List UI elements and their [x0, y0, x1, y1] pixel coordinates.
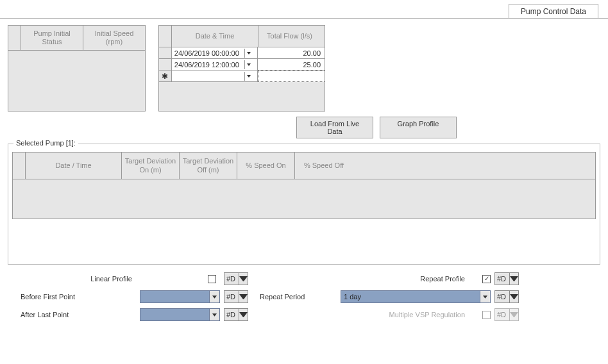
unit-value: #D [495, 273, 509, 285]
col-speed-on[interactable]: % Speed On [237, 153, 295, 179]
cell-flow[interactable]: 20.00 [258, 47, 325, 59]
repeat-period-unit-combo[interactable]: #D [494, 290, 519, 303]
row-header-corner [8, 26, 21, 50]
dropdown-icon[interactable] [244, 72, 253, 81]
cell-flow[interactable]: 25.00 [258, 59, 325, 70]
col-target-dev-off[interactable]: Target Deviation Off (m) [180, 153, 237, 179]
dropdown-icon[interactable] [244, 49, 253, 58]
linear-profile-unit-combo[interactable]: #D [224, 272, 248, 285]
col-pump-initial-status[interactable]: Pump Initial Status [21, 26, 83, 50]
after-last-point-label: After Last Point [8, 311, 136, 318]
after-last-unit-combo[interactable]: #D [224, 308, 248, 321]
chevron-down-icon[interactable] [509, 291, 518, 302]
col-date-time[interactable]: Date / Time [26, 153, 122, 179]
cell-value: 24/06/2019 12:00:00 [174, 61, 239, 69]
col-target-dev-on[interactable]: Target Deviation On (m) [122, 153, 180, 179]
cell-value: 20.00 [303, 49, 321, 57]
col-date-time[interactable]: Date & Time [172, 26, 258, 47]
multiple-vsp-label: Multiple VSP Regulation [341, 311, 469, 318]
col-initial-speed[interactable]: Initial Speed (rpm) [83, 26, 145, 50]
linear-profile-checkbox[interactable] [208, 275, 216, 283]
cell-datetime[interactable]: 24/06/2019 00:00:00 [172, 47, 258, 59]
col-speed-off[interactable]: % Speed Off [295, 153, 353, 179]
chevron-down-icon[interactable] [480, 291, 490, 302]
chevron-down-icon[interactable] [239, 309, 248, 320]
linear-profile-label: Linear Profile [8, 275, 136, 283]
tab-pump-control-data[interactable]: Pump Control Data [509, 4, 598, 19]
combo-value [140, 291, 209, 302]
dropdown-icon[interactable] [244, 60, 253, 69]
repeat-period-label: Repeat Period [260, 293, 337, 301]
row-header-corner [159, 26, 172, 47]
graph-profile-button[interactable]: Graph Profile [380, 117, 457, 138]
chevron-down-icon[interactable] [509, 273, 518, 285]
new-row-indicator[interactable]: ✱ [159, 70, 172, 82]
combo-value: 1 day [341, 291, 480, 302]
col-total-flow[interactable]: Total Flow (l/s) [258, 26, 321, 47]
cell-datetime-new[interactable] [172, 70, 258, 82]
multiple-vsp-unit-combo: #D [494, 308, 519, 321]
cell-value: 24/06/2019 00:00:00 [174, 49, 239, 57]
chevron-down-icon[interactable] [239, 273, 248, 285]
selected-pump-legend: Selected Pump [1]: [13, 139, 78, 147]
selected-pump-grid: Date / Time Target Deviation On (m) Targ… [12, 152, 596, 219]
after-last-point-combo[interactable] [140, 308, 220, 321]
unit-value: #D [224, 273, 239, 285]
row-indicator[interactable] [159, 59, 172, 70]
row-header-corner [13, 153, 26, 179]
multiple-vsp-checkbox [482, 311, 491, 319]
repeat-period-combo[interactable]: 1 day [341, 290, 491, 303]
load-from-live-data-button[interactable]: Load From Live Data [296, 117, 373, 138]
combo-value [140, 309, 209, 320]
unit-value: #D [495, 291, 509, 302]
before-first-point-label: Before First Point [8, 293, 136, 301]
cell-value: 25.00 [303, 61, 321, 69]
chevron-down-icon[interactable] [239, 291, 248, 302]
unit-value: #D [495, 309, 509, 320]
chevron-down-icon[interactable] [209, 291, 219, 302]
chevron-down-icon [509, 309, 518, 320]
pump-initial-grid: Pump Initial Status Initial Speed (rpm) [8, 25, 146, 112]
unit-value: #D [224, 291, 239, 302]
before-first-unit-combo[interactable]: #D [224, 290, 248, 303]
cell-datetime[interactable]: 24/06/2019 12:00:00 [172, 59, 258, 70]
flow-grid: Date & Time Total Flow (l/s) 24/06/2019 … [158, 25, 325, 112]
cell-flow-new[interactable] [258, 70, 325, 82]
repeat-profile-unit-combo[interactable]: #D [494, 272, 519, 285]
before-first-point-combo[interactable] [140, 290, 220, 303]
unit-value: #D [224, 309, 239, 320]
repeat-profile-label: Repeat Profile [341, 275, 469, 283]
chevron-down-icon[interactable] [209, 309, 219, 320]
row-indicator[interactable] [159, 47, 172, 59]
repeat-profile-checkbox[interactable] [482, 275, 491, 283]
